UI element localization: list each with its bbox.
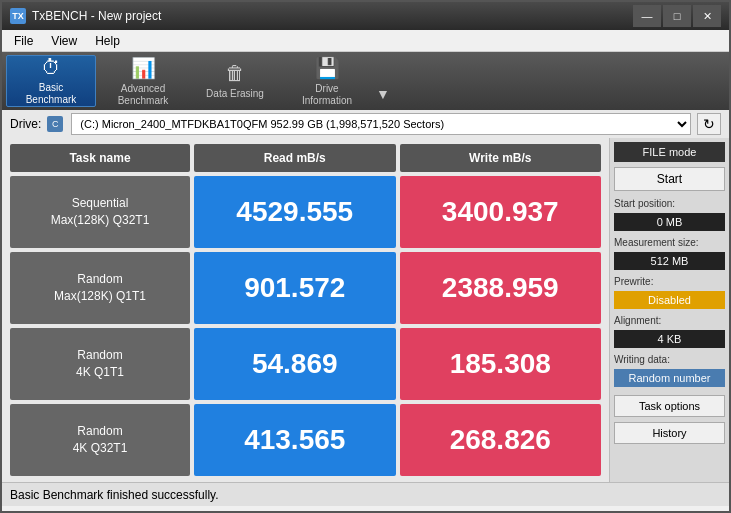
writing-data-value: Random number: [614, 369, 725, 387]
app-icon: TX: [10, 8, 26, 24]
basic-benchmark-icon: ⏱: [41, 56, 61, 79]
advanced-benchmark-icon: 📊: [131, 56, 156, 80]
row-3-label: Random4K Q1T1: [10, 328, 190, 400]
app-title: TxBENCH - New project: [32, 9, 161, 23]
task-options-button[interactable]: Task options: [614, 395, 725, 417]
drive-selector[interactable]: (C:) Micron_2400_MTFDKBA1T0QFM 952.99 GB…: [71, 113, 691, 135]
menu-help[interactable]: Help: [87, 32, 128, 50]
writing-data-label: Writing data:: [614, 354, 725, 365]
start-position-value: 0 MB: [614, 213, 725, 231]
row-2-label: RandomMax(128K) Q1T1: [10, 252, 190, 324]
row-1-write: 3400.937: [400, 176, 602, 248]
data-erasing-label: Data Erasing: [206, 88, 264, 100]
right-panel: FILE mode Start Start position: 0 MB Mea…: [609, 138, 729, 482]
table-row: SequentialMax(128K) Q32T1 4529.555 3400.…: [10, 176, 601, 248]
prewrite-value: Disabled: [614, 291, 725, 309]
status-bar: Basic Benchmark finished successfully.: [2, 482, 729, 506]
title-bar: TX TxBENCH - New project — □ ✕: [2, 2, 729, 30]
measurement-size-label: Measurement size:: [614, 237, 725, 248]
maximize-button[interactable]: □: [663, 5, 691, 27]
row-1-label: SequentialMax(128K) Q32T1: [10, 176, 190, 248]
minimize-button[interactable]: —: [633, 5, 661, 27]
toolbar-dropdown-arrow[interactable]: ▼: [376, 86, 390, 102]
prewrite-label: Prewrite:: [614, 276, 725, 287]
toolbar: ⏱ BasicBenchmark 📊 AdvancedBenchmark 🗑 D…: [2, 52, 729, 110]
data-erasing-icon: 🗑: [225, 62, 245, 85]
row-1-read: 4529.555: [194, 176, 396, 248]
close-button[interactable]: ✕: [693, 5, 721, 27]
col-read: Read mB/s: [194, 144, 396, 172]
basic-benchmark-label: BasicBenchmark: [26, 82, 77, 106]
menu-bar: File View Help: [2, 30, 729, 52]
alignment-label: Alignment:: [614, 315, 725, 326]
alignment-value: 4 KB: [614, 330, 725, 348]
row-2-read: 901.572: [194, 252, 396, 324]
table-row: Random4K Q32T1 413.565 268.826: [10, 404, 601, 476]
measurement-size-value: 512 MB: [614, 252, 725, 270]
table-row: Random4K Q1T1 54.869 185.308: [10, 328, 601, 400]
table-row: RandomMax(128K) Q1T1 901.572 2388.959: [10, 252, 601, 324]
advanced-benchmark-label: AdvancedBenchmark: [118, 83, 169, 107]
drive-bar: Drive: C (C:) Micron_2400_MTFDKBA1T0QFM …: [2, 110, 729, 138]
menu-view[interactable]: View: [43, 32, 85, 50]
col-write: Write mB/s: [400, 144, 602, 172]
start-position-label: Start position:: [614, 198, 725, 209]
toolbar-drive-information[interactable]: 💾 DriveInformation: [282, 55, 372, 107]
drive-type-icon: C: [47, 116, 63, 132]
drive-label: Drive:: [10, 117, 41, 131]
row-3-write: 185.308: [400, 328, 602, 400]
toolbar-advanced-benchmark[interactable]: 📊 AdvancedBenchmark: [98, 55, 188, 107]
row-4-label: Random4K Q32T1: [10, 404, 190, 476]
benchmark-panel: Task name Read mB/s Write mB/s Sequentia…: [2, 138, 609, 482]
status-text: Basic Benchmark finished successfully.: [10, 488, 219, 502]
toolbar-basic-benchmark[interactable]: ⏱ BasicBenchmark: [6, 55, 96, 107]
drive-refresh-button[interactable]: ↻: [697, 113, 721, 135]
drive-information-icon: 💾: [315, 56, 340, 80]
history-button[interactable]: History: [614, 422, 725, 444]
col-task-name: Task name: [10, 144, 190, 172]
menu-file[interactable]: File: [6, 32, 41, 50]
toolbar-data-erasing[interactable]: 🗑 Data Erasing: [190, 55, 280, 107]
row-4-write: 268.826: [400, 404, 602, 476]
file-mode-button[interactable]: FILE mode: [614, 142, 725, 162]
start-button[interactable]: Start: [614, 167, 725, 191]
row-4-read: 413.565: [194, 404, 396, 476]
row-2-write: 2388.959: [400, 252, 602, 324]
drive-information-label: DriveInformation: [302, 83, 352, 107]
row-3-read: 54.869: [194, 328, 396, 400]
table-header: Task name Read mB/s Write mB/s: [10, 144, 601, 172]
